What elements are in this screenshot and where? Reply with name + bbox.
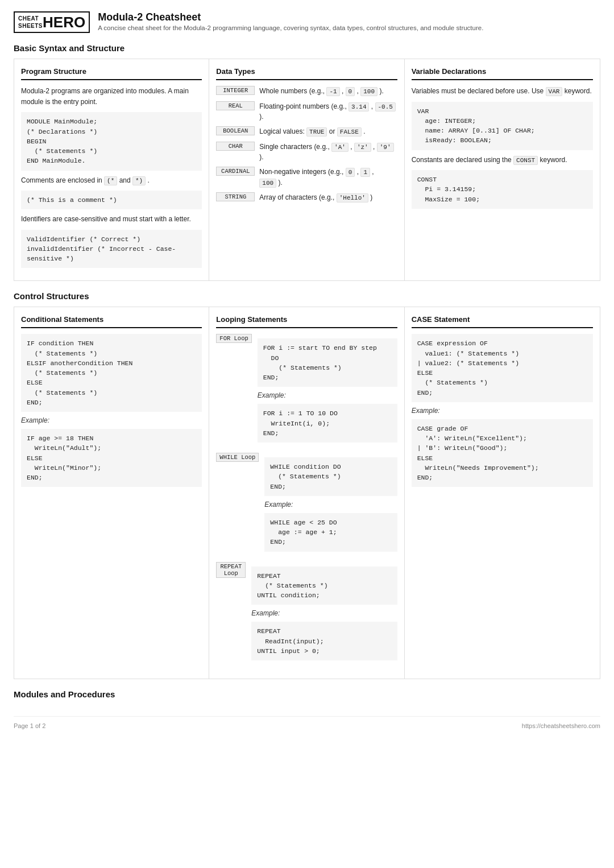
dt-desc-string: Array of characters (e.g., 'Hello' ) xyxy=(259,192,397,203)
var-decl-body2: Constants are declared using the CONST k… xyxy=(412,155,593,166)
logo-hero: HERO xyxy=(43,15,85,30)
case-heading: CASE Statement xyxy=(412,315,593,328)
data-types-panel: Data Types INTEGER Whole numbers (e.g., … xyxy=(209,59,404,280)
var-decl-code1: VAR age: INTEGER; name: ARRAY [0..31] OF… xyxy=(412,102,593,150)
body2-and: and xyxy=(119,176,131,184)
program-structure-body1: Modula-2 programs are organized into mod… xyxy=(21,86,202,108)
dt-desc-real: Floating-point numbers (e.g., 3.14 , -0.… xyxy=(259,101,397,122)
for-loop-content: FOR i := start TO end BY step DO (* Stat… xyxy=(258,334,397,447)
while-example-code: WHILE age < 25 DO age := age + 1; END; xyxy=(264,513,397,552)
dt-type-string: STRING xyxy=(216,192,255,201)
basic-syntax-heading: Basic Syntax and Structure xyxy=(14,43,600,53)
dt-desc-char: Single characters (e.g., 'A' , 'z' , '9'… xyxy=(259,142,397,163)
conditional-code2: IF age >= 18 THEN WriteLn("Adult"); ELSE… xyxy=(21,429,202,487)
conditional-example-label: Example: xyxy=(21,416,202,424)
dt-desc-boolean: Logical values: TRUE or FALSE . xyxy=(259,126,397,137)
for-loop-code: FOR i := start TO end BY step DO (* Stat… xyxy=(258,338,397,387)
basic-syntax-grid: Program Structure Modula-2 programs are … xyxy=(14,59,600,281)
repeat-loop-code: REPEAT (* Statements *) UNTIL condition; xyxy=(251,567,397,605)
repeat-example-label: Example: xyxy=(251,609,397,617)
program-structure-code1: MODULE MainModule; (* Declarations *) BE… xyxy=(21,112,202,170)
variable-declarations-heading: Variable Declarations xyxy=(412,67,593,80)
while-loop-label: WHILE Loop xyxy=(216,453,259,462)
for-example-label: Example: xyxy=(258,391,397,399)
for-example-code: FOR i := 1 TO 10 DO WriteInt(i, 0); END; xyxy=(258,404,397,443)
program-structure-panel: Program Structure Modula-2 programs are … xyxy=(14,59,209,280)
page-footer: Page 1 of 2 https://cheatsheetshero.com xyxy=(14,716,600,729)
dt-row-char: CHAR Single characters (e.g., 'A' , 'z' … xyxy=(216,142,397,163)
logo: CHEATSHEETS HERO xyxy=(14,11,90,33)
program-structure-body3: Identifiers are case-sensitive and must … xyxy=(21,214,202,225)
page-header: CHEATSHEETS HERO Modula-2 Cheatsheet A c… xyxy=(14,11,600,33)
case-code1: CASE expression OF value1: (* Statements… xyxy=(412,334,593,402)
data-types-heading: Data Types xyxy=(216,67,397,80)
case-panel: CASE Statement CASE expression OF value1… xyxy=(405,307,600,679)
page-title: Modula-2 Cheatsheet xyxy=(98,11,483,23)
page-subtitle: A concise cheat sheet for the Modula-2 p… xyxy=(98,24,483,31)
dt-type-char: CHAR xyxy=(216,142,255,151)
program-structure-body2: Comments are enclosed in (* and *) . xyxy=(21,175,202,187)
looping-panel: Looping Statements FOR Loop FOR i := sta… xyxy=(209,307,404,679)
repeat-loop-label: REPEAT Loop xyxy=(216,562,246,578)
conditional-code1: IF condition THEN (* Statements *) ELSIF… xyxy=(21,334,202,412)
dt-row-real: REAL Floating-point numbers (e.g., 3.14 … xyxy=(216,101,397,122)
program-structure-heading: Program Structure xyxy=(21,67,202,80)
modules-procedures-section: Modules and Procedures xyxy=(14,689,600,699)
repeat-example-code: REPEAT ReadInt(input); UNTIL input > 0; xyxy=(251,622,397,660)
control-structures-heading: Control Structures xyxy=(14,291,600,301)
dt-row-integer: INTEGER Whole numbers (e.g., -1 , 0 , 10… xyxy=(216,86,397,97)
program-structure-code2: (* This is a comment *) xyxy=(21,191,202,209)
repeat-loop-content: REPEAT (* Statements *) UNTIL condition;… xyxy=(251,562,397,666)
dt-desc-cardinal: Non-negative integers (e.g., 0 , 1 ,100 … xyxy=(259,167,397,188)
header-title-area: Modula-2 Cheatsheet A concise cheat shee… xyxy=(98,11,483,31)
repeat-loop-row: REPEAT Loop REPEAT (* Statements *) UNTI… xyxy=(216,562,397,666)
case-example-label: Example: xyxy=(412,407,593,415)
var-decl-body1: Variables must be declared before use. U… xyxy=(412,86,593,97)
case-code2: CASE grade OF 'A': WriteLn("Excellent");… xyxy=(412,419,593,487)
conditional-heading: Conditional Statements xyxy=(21,315,202,328)
dt-type-real: REAL xyxy=(216,101,255,110)
dt-row-boolean: BOOLEAN Logical values: TRUE or FALSE . xyxy=(216,126,397,137)
looping-heading: Looping Statements xyxy=(216,315,397,328)
var-decl-code2: CONST Pi = 3.14159; MaxSize = 100; xyxy=(412,170,593,209)
while-loop-row: WHILE Loop WHILE condition DO (* Stateme… xyxy=(216,453,397,556)
dt-row-cardinal: CARDINAL Non-negative integers (e.g., 0 … xyxy=(216,167,397,188)
dt-type-integer: INTEGER xyxy=(216,86,255,95)
body2-code2: *) xyxy=(132,176,146,185)
while-example-label: Example: xyxy=(264,501,397,509)
dt-row-string: STRING Array of characters (e.g., 'Hello… xyxy=(216,192,397,203)
for-loop-label: FOR Loop xyxy=(216,334,251,343)
var-keyword: VAR xyxy=(546,87,563,96)
while-loop-content: WHILE condition DO (* Statements *) END;… xyxy=(264,453,397,556)
basic-syntax-section: Basic Syntax and Structure Program Struc… xyxy=(14,43,600,281)
conditional-panel: Conditional Statements IF condition THEN… xyxy=(14,307,209,679)
body2-code1: (* xyxy=(104,176,117,185)
body2-text: Comments are enclosed in xyxy=(21,176,102,184)
page-number: Page 1 of 2 xyxy=(14,722,45,729)
const-keyword: CONST xyxy=(513,156,538,165)
control-structures-grid: Conditional Statements IF condition THEN… xyxy=(14,307,600,679)
footer-url[interactable]: https://cheatsheetshero.com xyxy=(522,722,600,729)
while-loop-code: WHILE condition DO (* Statements *) END; xyxy=(264,457,397,496)
dt-desc-integer: Whole numbers (e.g., -1 , 0 , 100 ). xyxy=(259,86,397,97)
dt-type-boolean: BOOLEAN xyxy=(216,126,255,135)
for-loop-row: FOR Loop FOR i := start TO end BY step D… xyxy=(216,334,397,447)
dt-type-cardinal: CARDINAL xyxy=(216,167,255,176)
control-structures-section: Control Structures Conditional Statement… xyxy=(14,291,600,679)
program-structure-code3: ValidIdentifier (* Correct *) invalidIde… xyxy=(21,230,202,268)
logo-cheat-sheets: CHEATSHEETS xyxy=(18,15,43,30)
body2-end: . xyxy=(148,176,150,184)
variable-declarations-panel: Variable Declarations Variables must be … xyxy=(405,59,600,280)
modules-procedures-heading: Modules and Procedures xyxy=(14,689,600,699)
